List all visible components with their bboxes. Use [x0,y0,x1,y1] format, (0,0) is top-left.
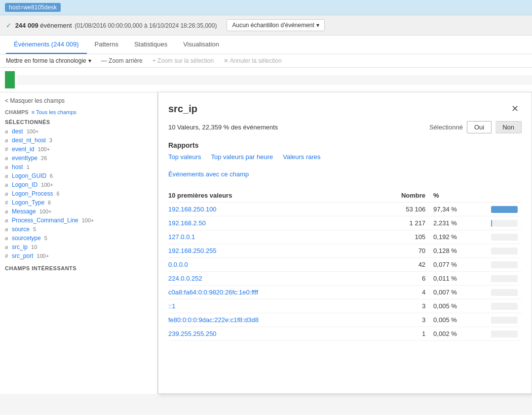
field-count: 5 [44,235,47,241]
value-pct: 0,128 % [433,244,491,258]
field-count: 6 [50,173,53,179]
event-count-number: 244 009 [15,22,38,29]
tab-patterns[interactable]: Patterns [87,36,126,54]
sidebar: < Masquer les champs CHAMPS ≡ Tous les c… [0,92,158,394]
field-item[interactable]: aLogon_Process6 [5,189,152,198]
value-ip[interactable]: 192.168.250.100 [168,203,366,216]
timeline-green-bar [5,71,15,88]
field-name-link[interactable]: src_ip [12,244,28,250]
bar-fill [491,220,492,227]
field-item[interactable]: aeventtype26 [5,154,152,163]
bar-container [491,303,518,310]
field-item[interactable]: #src_port100+ [5,251,152,260]
field-type-icon: a [5,128,10,134]
field-name-link[interactable]: sourcetype [12,235,41,242]
field-item[interactable]: aMessage100+ [5,207,152,216]
non-button[interactable]: Non [495,121,522,133]
field-name-link[interactable]: Process_Command_Line [12,217,78,224]
field-type-icon: a [5,173,10,179]
field-name-link[interactable]: src_port [12,252,33,259]
evenements-champ-link[interactable]: Événements avec ce champ [168,170,522,178]
value-ip[interactable]: fe80:0:0:0:9dac:222e:c1f8:d3d8 [168,313,366,327]
bar-container [491,289,518,296]
field-name-link[interactable]: eventtype [12,155,38,162]
value-nombre: 1 217 [366,216,433,230]
value-ip[interactable]: 0.0.0.0 [168,258,366,272]
interesting-section-title: CHAMPS INTÉRESSANTS [5,265,152,271]
field-item[interactable]: aLogon_GUID6 [5,171,152,180]
valeurs-rares-link[interactable]: Valeurs rares [283,153,320,161]
event-sample-label: Aucun échantillon d'événement [232,22,314,29]
field-item[interactable]: aProcess_Command_Line100+ [5,216,152,225]
tab-evenements[interactable]: Événements (244 009) [6,36,87,54]
field-list: adest100+adest_nt_host3#event_id100+aeve… [5,127,152,260]
field-item[interactable]: #event_id100+ [5,145,152,154]
field-name-link[interactable]: Logon_GUID [12,172,46,179]
field-name-link[interactable]: Message [12,208,36,215]
value-bar-cell [491,216,522,230]
all-fields-link[interactable]: ≡ Tous les champs [32,109,76,115]
value-nombre: 105 [366,230,433,244]
field-count: 100+ [37,253,49,259]
field-count: 1 [27,164,30,170]
field-item[interactable]: asourcetype5 [5,234,152,243]
dropdown-arrow-icon: ▾ [316,22,319,29]
field-count: 100+ [82,217,94,223]
panel-meta-text: 10 Valeurs, 22,359 % des événements [168,124,278,131]
field-type-icon: a [5,244,10,250]
value-ip[interactable]: 224.0.0.252 [168,272,366,286]
format-chronologie-button[interactable]: Mettre en forme la chronologie ▾ [6,57,91,64]
toolbar: Mettre en forme la chronologie ▾ — Zoom … [0,54,532,68]
field-name-link[interactable]: Logon_ID [12,181,38,188]
field-item[interactable]: adest100+ [5,127,152,136]
value-ip[interactable]: 192.168.250.255 [168,244,366,258]
close-panel-button[interactable]: ✕ [508,102,522,115]
zoom-selection-button[interactable]: + Zoom sur la sélection [152,57,214,64]
value-nombre: 1 [366,327,433,341]
field-name-link[interactable]: Logon_Type [12,199,44,206]
col-nombre-header: Nombre [366,186,433,203]
value-ip[interactable]: ::1 [168,299,366,313]
oui-button[interactable]: Oui [467,121,492,133]
bar-container [491,220,518,227]
cancel-selection-button[interactable]: ✕ Annuler la sélection [224,57,281,64]
value-pct: 0,007 % [433,286,491,299]
hide-fields-button[interactable]: < Masquer les champs [5,97,152,104]
value-ip[interactable]: 239.255.255.250 [168,327,366,341]
value-ip[interactable]: c0a8:fa64:0:0:9820:26fc:1e0:ffff [168,286,366,299]
panel-title: src_ip [168,103,197,115]
field-item[interactable]: asrc_ip10 [5,243,152,251]
field-item[interactable]: aLogon_ID100+ [5,180,152,189]
field-name-link[interactable]: host [12,164,23,170]
field-count: 6 [48,200,51,206]
field-item[interactable]: asource5 [5,225,152,234]
zoom-arriere-button[interactable]: — Zoom arrière [101,57,143,64]
selected-label: Sélectionné [429,124,463,131]
field-item[interactable]: ahost1 [5,163,152,171]
value-ip[interactable]: 192.168.2.50 [168,216,366,230]
value-bar-cell [491,244,522,258]
field-name-link[interactable]: dest_nt_host [12,137,46,144]
field-name-link[interactable]: event_id [12,146,34,153]
tab-visualisation[interactable]: Visualisation [175,36,227,54]
selected-toggle: Sélectionné Oui Non [429,121,522,133]
host-badge[interactable]: host=we8105desk [5,3,61,12]
value-pct: 97,34 % [433,203,491,216]
value-ip[interactable]: 127.0.0.1 [168,230,366,244]
panel-meta: 10 Valeurs, 22,359 % des événements Séle… [168,121,522,133]
value-pct: 0,192 % [433,230,491,244]
value-nombre: 53 106 [366,203,433,216]
field-item[interactable]: #Logon_Type6 [5,198,152,207]
field-item[interactable]: adest_nt_host3 [5,136,152,145]
tab-statistiques[interactable]: Statistiques [126,36,175,54]
top-valeurs-heure-link[interactable]: Top valeurs par heure [211,153,273,161]
field-name-link[interactable]: source [12,226,30,233]
field-type-icon: a [5,164,10,170]
field-name-link[interactable]: Logon_Process [12,190,53,197]
bar-fill [491,206,518,213]
table-row: 224.0.0.252 6 0,011 % [168,272,522,286]
field-name-link[interactable]: dest [12,128,23,135]
top-valeurs-link[interactable]: Top valeurs [168,153,201,161]
panel-header: src_ip ✕ [168,102,522,115]
event-sample-selector[interactable]: Aucun échantillon d'événement ▾ [227,19,324,31]
